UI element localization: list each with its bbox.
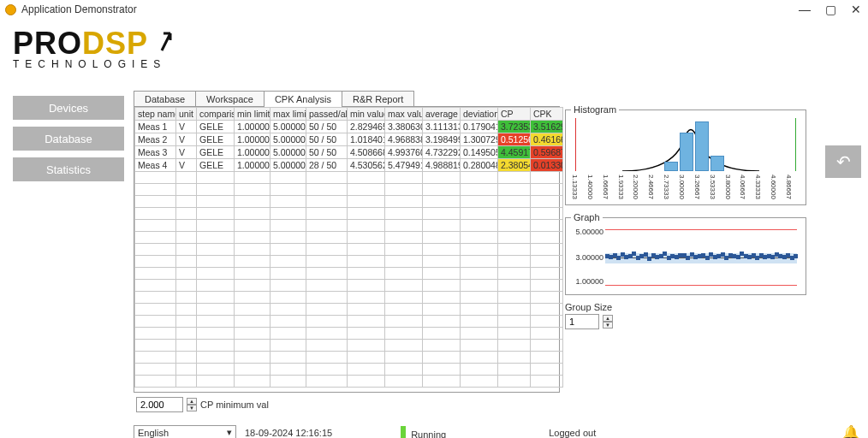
column-header: passed/all — [306, 108, 348, 121]
table-cell: 3.723535 — [498, 121, 531, 133]
table-cell: 5.000000 — [271, 146, 306, 159]
minimize-button[interactable]: — — [800, 4, 810, 15]
table-row — [135, 220, 563, 232]
run-chart: 5.00000 3.00000 1.00000 — [571, 226, 800, 289]
close-button[interactable]: ✕ — [851, 4, 861, 15]
data-point — [794, 254, 798, 258]
table-row — [135, 232, 563, 244]
undo-button[interactable]: ↶ — [825, 145, 861, 178]
sidebar-item-statistics[interactable]: Statistics — [13, 157, 124, 181]
table-cell: 5.000000 — [271, 133, 306, 146]
table-row — [135, 340, 563, 352]
sidebar-item-label: Statistics — [46, 163, 91, 176]
cpk-table: step nameunitcompariscmin limitmax limit… — [134, 107, 563, 388]
table-cell: 50 / 50 — [306, 121, 348, 133]
language-select[interactable]: English ▾ — [134, 425, 236, 439]
cp-minimum-up[interactable]: ▲ — [187, 398, 197, 405]
column-header: unit — [176, 108, 197, 121]
app-icon — [5, 4, 16, 15]
table-row — [135, 304, 563, 316]
graph-panel: Graph 5.00000 3.00000 1.00000 — [565, 212, 806, 295]
histogram-bar — [664, 162, 678, 171]
tab-workspace[interactable]: Workspace — [195, 91, 265, 107]
x-tick-label: 4.60000 — [770, 175, 777, 199]
table-row — [135, 208, 563, 220]
table-cell: 5.000000 — [271, 121, 306, 133]
x-tick-label: 2.20000 — [632, 175, 639, 199]
table-cell: 1.000000 — [235, 121, 271, 133]
table-cell: 0.461664 — [531, 133, 563, 146]
histogram-bar — [695, 121, 709, 171]
group-size-up[interactable]: ▲ — [603, 315, 613, 322]
sidebar-item-database[interactable]: Database — [13, 127, 124, 151]
table-cell: 0.512563 — [498, 133, 531, 146]
tab-cpk-analysis[interactable]: CPK Analysis — [264, 91, 342, 107]
table-cell: Meas 2 — [135, 133, 176, 146]
table-cell: 4.968838 — [385, 133, 423, 146]
group-size-input[interactable] — [565, 314, 599, 329]
column-header: min value — [348, 108, 385, 121]
table-cell: 0.149505 — [461, 146, 498, 159]
cp-minimum-down[interactable]: ▼ — [187, 405, 197, 411]
tab-bar: Database Workspace CPK Analysis R&R Repo… — [134, 91, 413, 107]
table-row — [135, 184, 563, 196]
table-cell: 1.000000 — [235, 146, 271, 159]
maximize-button[interactable]: ▢ — [825, 4, 835, 15]
x-tick-label: 3.00000 — [678, 175, 686, 199]
y-tick-label: 1.00000 — [571, 277, 603, 286]
x-tick-label: 4.86667 — [785, 175, 793, 199]
table-row[interactable]: Meas 2VGELE1.0000005.00000050 / 501.0184… — [135, 133, 563, 146]
table-cell: 4.993760 — [385, 146, 423, 159]
table-row — [135, 196, 563, 208]
x-tick-label: 3.53333 — [709, 175, 716, 199]
column-header: min limit — [235, 108, 271, 121]
table-row[interactable]: Meas 4VGELE1.0000005.00000028 / 504.5305… — [135, 159, 563, 172]
table-cell: 4.508668 — [348, 146, 385, 159]
x-tick-label: 3.80000 — [724, 175, 732, 199]
column-header: comparisc — [197, 108, 235, 121]
sidebar-item-label: Devices — [49, 102, 88, 115]
histogram-title: Histogram — [571, 104, 619, 115]
x-tick-label: 3.26667 — [693, 175, 701, 199]
table-cell: 3.198499 — [423, 133, 461, 146]
logo-dsp: DSP — [82, 26, 172, 62]
table-row[interactable]: Meas 3VGELE1.0000005.00000050 / 504.5086… — [135, 146, 563, 159]
group-size-down[interactable]: ▼ — [603, 322, 613, 328]
tab-database[interactable]: Database — [134, 91, 196, 107]
table-row — [135, 172, 563, 184]
table-cell: 0.596879 — [531, 146, 563, 159]
column-header: max limit — [271, 108, 306, 121]
histogram-chart: 1.133331.400001.666671.933332.200002.466… — [571, 118, 800, 199]
table-cell: V — [176, 159, 197, 172]
histogram-bar — [710, 156, 724, 171]
column-header: average — [423, 108, 461, 121]
language-value: English — [138, 428, 169, 438]
logo-pro: PRO — [13, 26, 82, 62]
table-cell: 2.829465 — [348, 121, 385, 133]
table-cell: Meas 4 — [135, 159, 176, 172]
table-row[interactable]: Meas 1VGELE1.0000005.00000050 / 502.8294… — [135, 121, 563, 133]
x-tick-label: 2.73333 — [663, 175, 670, 199]
login-status-label: Logged out — [549, 428, 596, 438]
column-header: step name — [135, 108, 176, 121]
table-cell: GELE — [197, 133, 235, 146]
table-row — [135, 292, 563, 304]
table-cell: 5.000000 — [271, 159, 306, 172]
bell-icon[interactable]: 🔔 — [842, 424, 859, 438]
table-row — [135, 244, 563, 256]
table-cell: 2.380548 — [498, 159, 531, 172]
table-cell: GELE — [197, 146, 235, 159]
sidebar-item-devices[interactable]: Devices — [13, 96, 124, 120]
table-cell: 3.380630 — [385, 121, 423, 133]
table-cell: 0.013309 — [531, 159, 563, 172]
table-cell: 50 / 50 — [306, 146, 348, 159]
cp-minimum-label: CP minimum val — [200, 400, 269, 410]
table-cell: V — [176, 121, 197, 133]
table-cell: 4.530562 — [348, 159, 385, 172]
tab-rr-report[interactable]: R&R Report — [342, 91, 414, 107]
histogram-panel: Histogram 1.133331.400001.666671.933332.… — [565, 104, 806, 205]
column-header: max value — [385, 108, 423, 121]
table-cell: 28 / 50 — [306, 159, 348, 172]
cp-minimum-input[interactable] — [136, 397, 183, 412]
x-tick-label: 4.33333 — [754, 175, 762, 199]
